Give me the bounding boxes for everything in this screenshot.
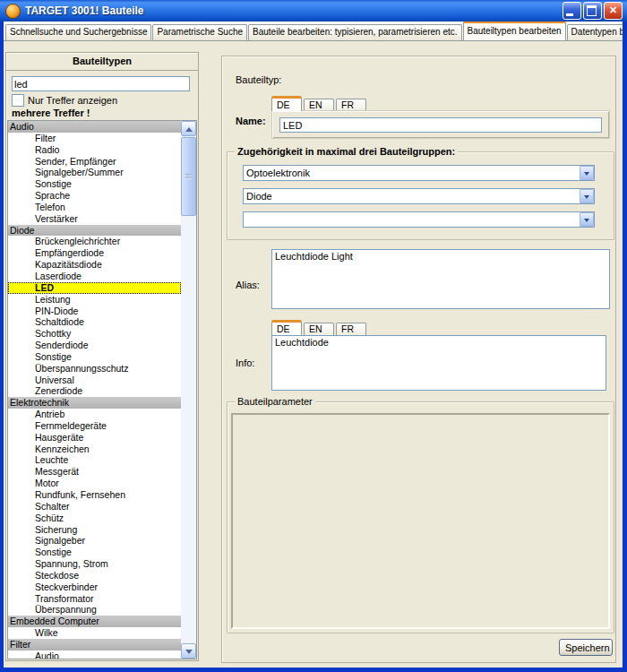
tree-item[interactable]: Signalgeber/Summer (8, 167, 181, 178)
group-select-2[interactable]: Diode (243, 188, 595, 204)
lang-tab-fr[interactable]: FR (336, 323, 366, 335)
tree-item[interactable]: Signalgeber (8, 535, 181, 547)
scrollbar-thumb[interactable] (181, 137, 196, 216)
only-hits-label: Nur Treffer anzeigen (28, 95, 117, 106)
maximize-icon[interactable] (583, 2, 602, 20)
component-types-panel: Bauteiltypen Nur Treffer anzeigen mehrer… (5, 52, 199, 661)
tree-group-header[interactable]: Filter (8, 639, 181, 650)
tree-item[interactable]: Fernmeldegeräte (8, 420, 181, 432)
tree-item[interactable]: Kennzeichen (8, 444, 181, 455)
tree-item[interactable]: Sonstige (8, 351, 181, 363)
tree-group-header[interactable]: Diode (8, 225, 181, 237)
tree-item[interactable]: Empfängerdiode (8, 247, 181, 259)
tree-group-header[interactable]: Elektrotechnik (8, 397, 181, 409)
main-tab-bar: Schnellsuche und SuchergebnisseParametri… (4, 22, 623, 41)
tree-item[interactable]: Schalter (8, 501, 181, 513)
alias-textarea[interactable]: Leuchtdiode Light (271, 249, 610, 309)
tree-item[interactable]: Transformator (8, 593, 181, 605)
info-textarea[interactable]: Leuchtdiode (271, 335, 606, 391)
tree-item[interactable]: Kapazitätsdiode (8, 259, 181, 271)
scroll-up-icon[interactable] (181, 121, 196, 136)
tree-item[interactable]: Sonstige (8, 178, 181, 190)
name-language-tabs: DEENFR (271, 96, 368, 111)
membership-groupbox: Zugehörigkeit in maximal drei Bauteilgru… (227, 151, 614, 240)
tree-item[interactable]: Schütz (8, 513, 181, 524)
name-input[interactable] (279, 117, 602, 133)
tree-item[interactable]: Schottky (8, 328, 181, 340)
tree-item[interactable]: Sonstige (8, 547, 181, 558)
main-tab-bauteiltypen[interactable]: Bauteiltypen bearbeiten (463, 22, 566, 41)
group-select-value: Diode (246, 190, 272, 202)
tree-item[interactable]: Universal (8, 375, 181, 386)
only-hits-checkbox[interactable] (12, 94, 24, 107)
tree-item[interactable]: PIN-Diode (8, 306, 181, 317)
tree-item[interactable]: Überspannung (8, 604, 181, 616)
lang-tab-fr[interactable]: FR (336, 99, 366, 111)
main-tab-parametrische[interactable]: Parametrische Suche (152, 24, 247, 40)
component-type-editor: Bauteiltyp: Name: DEENFR Zugehörigkeit i… (221, 56, 616, 663)
search-input[interactable] (12, 76, 190, 91)
tree-item[interactable]: Hausgeräte (8, 432, 181, 444)
lang-tab-en[interactable]: EN (304, 99, 334, 111)
component-tree: AudioFilterRadioSender, EmpfängerSignalg… (7, 120, 197, 659)
parameters-groupbox: Bauteilparameter (227, 401, 614, 633)
tree-item[interactable]: Steckdose (8, 570, 181, 582)
group-select-3[interactable] (243, 211, 595, 228)
parameters-title: Bauteilparameter (235, 396, 315, 407)
name-field-panel (271, 110, 610, 139)
tree-item[interactable]: Laserdiode (8, 271, 181, 282)
panel-title: Bauteiltypen (6, 53, 198, 71)
info-label: Info: (236, 358, 254, 368)
close-icon[interactable]: ✕ (604, 2, 623, 20)
tree-item[interactable]: Messgerät (8, 466, 181, 478)
tree-item[interactable]: Sprache (8, 190, 181, 202)
tree-item[interactable]: Verstärker (8, 213, 181, 225)
minimize-icon[interactable] (563, 2, 581, 20)
alias-label: Alias: (236, 280, 260, 290)
tree-item[interactable]: Telefon (8, 202, 181, 213)
type-label: Bauteiltyp: (236, 74, 281, 85)
group-select-1[interactable]: Optoelektronik (243, 165, 595, 181)
main-tab-datentypen[interactable]: Datentypen bearbeiten (567, 24, 623, 40)
membership-title: Zugehörigkeit in maximal drei Bauteilgru… (235, 146, 458, 157)
tree-item[interactable]: Rundfunk, Fernsehen (8, 489, 181, 501)
tree-group-header[interactable]: Audio (8, 121, 181, 133)
app-icon (5, 4, 21, 19)
tree-item[interactable]: Leistung (8, 294, 181, 306)
window-controls: ✕ (563, 2, 623, 20)
tree-scrollbar[interactable] (181, 121, 196, 659)
tree-item[interactable]: Filter (8, 133, 181, 144)
lang-tab-en[interactable]: EN (304, 323, 334, 335)
tree-item[interactable]: Leuchte (8, 454, 181, 466)
tree-item[interactable]: Audio (8, 650, 181, 659)
tree-item[interactable]: Antrieb (8, 409, 181, 420)
tree-item[interactable]: Spannung, Strom (8, 558, 181, 570)
tree-item[interactable]: Sicherung (8, 524, 181, 536)
tree-item[interactable]: Wilke (8, 627, 181, 639)
tree-item[interactable]: Radio (8, 144, 181, 156)
main-tab-schnellsuche[interactable]: Schnellsuche und Suchergebnisse (5, 24, 151, 40)
parameters-empty-area (231, 413, 610, 629)
group-select-value: Optoelektronik (246, 167, 310, 179)
tree-item[interactable]: LED (8, 282, 181, 294)
client-area: Bauteiltypen Nur Treffer anzeigen mehrer… (4, 41, 623, 668)
chevron-down-icon[interactable] (580, 166, 594, 180)
tree-item[interactable]: Senderdiode (8, 340, 181, 351)
chevron-down-icon[interactable] (580, 212, 594, 227)
main-tab-bauteile[interactable]: Bauteile bearbeiten: typisieren, paramet… (248, 24, 461, 40)
lang-tab-de[interactable]: DE (271, 96, 302, 111)
tree-item[interactable]: Sender, Empfänger (8, 156, 181, 168)
tree-item[interactable]: Zenerdiode (8, 385, 181, 397)
tree-item[interactable]: Überspannungsschutz (8, 363, 181, 375)
hits-status-text: mehrere Treffer ! (12, 108, 90, 118)
window-title: TARGET 3001! Bauteile (25, 4, 563, 17)
tree-item[interactable]: Motor (8, 478, 181, 489)
scroll-down-icon[interactable] (181, 643, 196, 659)
tree-group-header[interactable]: Embedded Computer (8, 616, 181, 627)
save-button[interactable]: Speichern (559, 639, 613, 656)
tree-item[interactable]: Steckverbinder (8, 582, 181, 593)
lang-tab-de[interactable]: DE (271, 320, 302, 335)
chevron-down-icon[interactable] (580, 189, 594, 203)
tree-item[interactable]: Brückengleichrichter (8, 236, 181, 247)
tree-item[interactable]: Schaltdiode (8, 316, 181, 328)
